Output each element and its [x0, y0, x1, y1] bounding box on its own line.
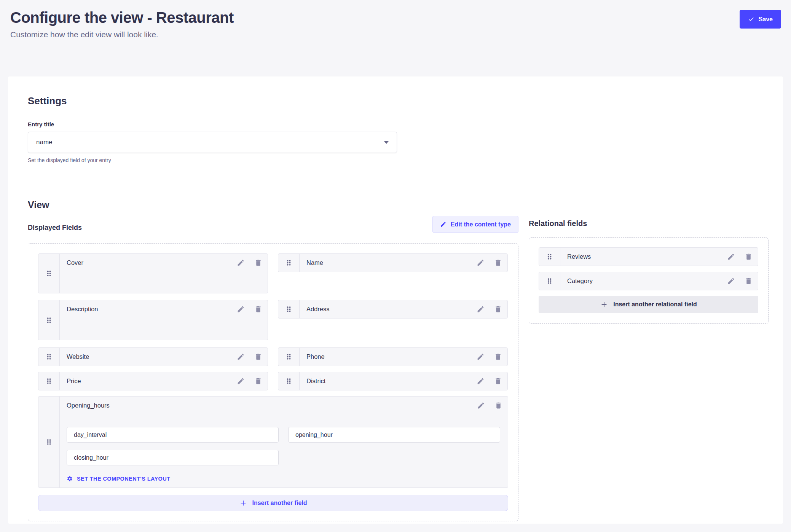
field-label: Description	[67, 306, 98, 313]
drag-handle[interactable]	[38, 372, 60, 390]
insert-another-relational-field-label: Insert another relational field	[613, 301, 697, 308]
field-row: Opening_hours day_interval open	[38, 396, 508, 488]
drag-handle[interactable]	[278, 300, 300, 318]
delete-field-button[interactable]	[254, 259, 262, 267]
edit-field-button[interactable]	[237, 259, 245, 267]
relational-card-category[interactable]: Category	[539, 272, 758, 290]
subfield-opening-hour[interactable]: opening_hour	[288, 427, 500, 443]
edit-field-button[interactable]	[727, 277, 735, 285]
edit-field-button[interactable]	[237, 353, 245, 361]
edit-field-button[interactable]	[477, 401, 485, 409]
edit-field-button[interactable]	[237, 377, 245, 385]
delete-field-button[interactable]	[254, 305, 262, 313]
insert-another-field-label: Insert another field	[252, 500, 307, 507]
delete-field-button[interactable]	[494, 377, 502, 385]
pencil-icon	[237, 353, 245, 361]
field-card-price[interactable]: Price	[38, 372, 268, 390]
view-layout: Displayed Fields Edit the content type	[28, 216, 763, 521]
edit-field-button[interactable]	[477, 353, 485, 361]
field-card-website[interactable]: Website	[38, 347, 268, 366]
drag-icon	[285, 378, 292, 384]
pencil-icon	[477, 353, 485, 361]
field-card-district[interactable]: District	[278, 372, 508, 390]
delete-field-button[interactable]	[745, 253, 753, 261]
drag-icon	[46, 439, 52, 445]
drag-icon	[285, 306, 292, 312]
main-card: Settings Entry title name Set the displa…	[8, 76, 783, 524]
field-card-opening-hours[interactable]: Opening_hours day_interval open	[38, 396, 508, 488]
subfield-label: closing_hour	[74, 454, 108, 461]
field-label: Opening_hours	[67, 402, 110, 409]
drag-handle[interactable]	[539, 272, 560, 290]
drag-icon	[46, 270, 52, 277]
section-divider	[28, 182, 763, 182]
drag-handle[interactable]	[539, 248, 560, 266]
delete-field-button[interactable]	[254, 353, 262, 361]
field-card-cover[interactable]: Cover	[38, 253, 268, 293]
delete-field-button[interactable]	[745, 277, 753, 285]
drag-handle[interactable]	[278, 372, 300, 390]
drag-handle[interactable]	[38, 397, 60, 487]
delete-field-button[interactable]	[254, 377, 262, 385]
drag-handle[interactable]	[278, 348, 300, 366]
plus-icon	[600, 300, 608, 309]
subfield-label: opening_hour	[295, 432, 333, 438]
field-label: Website	[67, 353, 89, 360]
trash-icon	[494, 377, 502, 385]
edit-field-button[interactable]	[477, 377, 485, 385]
displayed-fields-column: Displayed Fields Edit the content type	[28, 216, 518, 521]
drag-handle[interactable]	[38, 300, 60, 340]
delete-field-button[interactable]	[494, 401, 502, 409]
edit-field-button[interactable]	[727, 253, 735, 261]
trash-icon	[494, 353, 502, 361]
check-icon	[748, 16, 754, 22]
edit-field-button[interactable]	[477, 259, 485, 267]
drag-handle[interactable]	[38, 254, 60, 293]
trash-icon	[254, 305, 262, 313]
top-bar: Configure the view - Restaurant Customiz…	[0, 0, 791, 40]
entry-title-label: Entry title	[28, 121, 763, 127]
view-heading: View	[28, 199, 763, 210]
pencil-icon	[477, 259, 485, 267]
field-card-address[interactable]: Address	[278, 300, 508, 319]
drag-icon	[46, 317, 52, 323]
field-card-description[interactable]: Description	[38, 300, 268, 340]
drag-icon	[546, 278, 553, 284]
edit-field-button[interactable]	[477, 305, 485, 313]
relational-card-reviews[interactable]: Reviews	[539, 247, 758, 266]
drag-icon	[285, 354, 292, 360]
field-row: Description Address	[38, 300, 508, 340]
subfield-day-interval[interactable]: day_interval	[67, 427, 279, 443]
pencil-icon	[237, 305, 245, 313]
edit-content-type-button[interactable]: Edit the content type	[432, 216, 518, 233]
set-component-layout-button[interactable]: SET THE COMPONENT'S LAYOUT	[67, 476, 508, 482]
save-button[interactable]: Save	[740, 10, 781, 29]
insert-another-field-button[interactable]: Insert another field	[38, 495, 508, 511]
field-label: Price	[67, 377, 81, 385]
drag-handle[interactable]	[278, 254, 300, 272]
field-row: Price District	[38, 372, 508, 390]
trash-icon	[254, 353, 262, 361]
chevron-down-icon	[384, 141, 389, 144]
pencil-icon	[477, 305, 485, 313]
field-label: Cover	[67, 259, 83, 266]
edit-field-button[interactable]	[237, 305, 245, 313]
configure-view-page: Configure the view - Restaurant Customiz…	[0, 0, 791, 532]
delete-field-button[interactable]	[494, 353, 502, 361]
field-card-phone[interactable]: Phone	[278, 347, 508, 366]
entry-title-select[interactable]: name	[28, 132, 397, 153]
delete-field-button[interactable]	[494, 259, 502, 267]
delete-field-button[interactable]	[494, 305, 502, 313]
trash-icon	[254, 259, 262, 267]
drag-handle[interactable]	[38, 348, 60, 366]
field-card-name[interactable]: Name	[278, 253, 508, 272]
pencil-icon	[237, 259, 245, 267]
field-label: Phone	[306, 353, 325, 360]
entry-title-value: name	[36, 139, 53, 146]
subfield-closing-hour[interactable]: closing_hour	[67, 450, 279, 465]
trash-icon	[494, 305, 502, 313]
pencil-icon	[727, 277, 735, 285]
plus-icon	[239, 499, 247, 507]
insert-another-relational-field-button[interactable]: Insert another relational field	[539, 296, 758, 313]
relational-fields-dropzone: Reviews Category	[529, 237, 769, 324]
